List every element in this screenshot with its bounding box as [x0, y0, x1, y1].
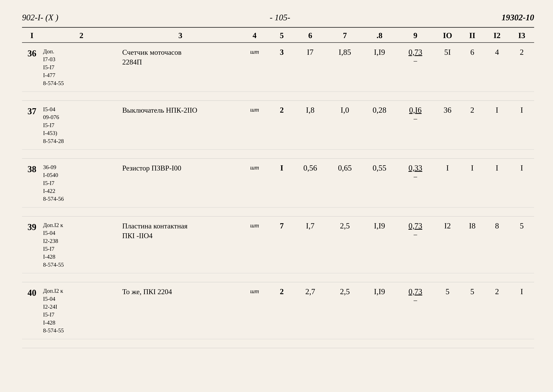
- row-unit: шт: [240, 282, 270, 339]
- header-right: 19302-10: [502, 13, 534, 22]
- row-c6: 0,56: [294, 158, 326, 207]
- row-c9: 0,33–: [395, 158, 435, 207]
- row-c12: 2: [484, 282, 509, 339]
- col-header-12: I2: [484, 28, 509, 43]
- row-desc: Пластина контактная ПКI -IIО4: [121, 216, 240, 273]
- row-c8: 0,28: [363, 100, 395, 149]
- spacer-row: [22, 339, 534, 348]
- col-header-5: 5: [270, 28, 294, 43]
- row-ref: Доп. I7-03 I5-I7 I-477 8-574-55: [42, 43, 121, 92]
- table-row: 39Доп.I2 к I5-04 I2-238 I5-I7 I-428 8-57…: [22, 216, 534, 273]
- row-c5: I: [270, 158, 294, 207]
- col-header-8: .8: [363, 28, 395, 43]
- row-c8: 0,55: [363, 158, 395, 207]
- row-c7: 2,5: [326, 216, 363, 273]
- row-desc: То же, ПКI 2204: [121, 282, 240, 339]
- row-c8: I,I9: [363, 216, 395, 273]
- row-ref: Доп.I2 к I5-04 I2-24I I5-I7 I-428 8-574-…: [42, 282, 121, 339]
- page: 902-I- (X ) - 105- 19302-10 I 2 3 4 5 6 …: [0, 0, 553, 392]
- row-c8: I,I9: [363, 43, 395, 92]
- row-c9: 0,73–: [395, 282, 435, 339]
- main-table: I 2 3 4 5 6 7 .8 9 IO II I2 I3 36Доп. I7…: [22, 28, 534, 348]
- table-row: 3836-09 I-0540 I5-I7 I-422 8-574-56Резис…: [22, 158, 534, 207]
- spacer-row: [22, 91, 534, 100]
- row-unit: шт: [240, 158, 270, 207]
- row-c13: I: [509, 100, 534, 149]
- row-c9: 0,73–: [395, 43, 435, 92]
- row-c11: 5: [460, 282, 484, 339]
- row-c12: 8: [484, 216, 509, 273]
- row-c10: 5: [435, 282, 460, 339]
- row-c8: I,I9: [363, 282, 395, 339]
- row-num: 37: [22, 100, 42, 149]
- row-c10: I2: [435, 216, 460, 273]
- row-ref: Доп.I2 к I5-04 I2-238 I5-I7 I-428 8-574-…: [42, 216, 121, 273]
- row-c7: 2,5: [326, 282, 363, 339]
- row-ref: I5-04 09-076 I5-I7 I-453) 8-574-28: [42, 100, 121, 149]
- header: 902-I- (X ) - 105- 19302-10: [22, 13, 534, 22]
- row-c9: 0,73–: [395, 216, 435, 273]
- row-unit: шт: [240, 216, 270, 273]
- row-c5: 2: [270, 100, 294, 149]
- row-c9: 0,I6–: [395, 100, 435, 149]
- row-c6: I,7: [294, 216, 326, 273]
- row-c10: I: [435, 158, 460, 207]
- row-c13: I: [509, 158, 534, 207]
- row-c6: 2,7: [294, 282, 326, 339]
- row-c7: 0,65: [326, 158, 363, 207]
- col-header-10: IO: [435, 28, 460, 43]
- row-c12: I: [484, 158, 509, 207]
- row-c10: 36: [435, 100, 460, 149]
- row-c7: I,85: [326, 43, 363, 92]
- col-header-9: 9: [395, 28, 435, 43]
- col-header-4: 4: [240, 28, 270, 43]
- row-desc: Резистор ПЗВР-I00: [121, 158, 240, 207]
- col-header-3: 3: [121, 28, 240, 43]
- col-header-6: 6: [294, 28, 326, 43]
- row-unit: шт: [240, 43, 270, 92]
- row-c12: 4: [484, 43, 509, 92]
- row-c5: 7: [270, 216, 294, 273]
- row-unit: шт: [240, 100, 270, 149]
- row-c11: 2: [460, 100, 484, 149]
- header-left: 902-I- (X ): [22, 13, 58, 22]
- row-c12: I: [484, 100, 509, 149]
- row-c11: I8: [460, 216, 484, 273]
- col-header-1: I: [22, 28, 42, 43]
- row-c13: I: [509, 282, 534, 339]
- row-c5: 2: [270, 282, 294, 339]
- table-row: 37I5-04 09-076 I5-I7 I-453) 8-574-28Выкл…: [22, 100, 534, 149]
- row-c7: I,0: [326, 100, 363, 149]
- row-num: 38: [22, 158, 42, 207]
- row-c6: I7: [294, 43, 326, 92]
- col-header-11: II: [460, 28, 484, 43]
- spacer-row: [22, 273, 534, 282]
- row-c10: 5I: [435, 43, 460, 92]
- col-header-7: 7: [326, 28, 363, 43]
- col-header-2: 2: [42, 28, 121, 43]
- row-desc: Выключатель НПК-2IIО: [121, 100, 240, 149]
- row-c13: 5: [509, 216, 534, 273]
- row-num: 36: [22, 43, 42, 92]
- row-c5: 3: [270, 43, 294, 92]
- spacer-row: [22, 207, 534, 216]
- column-header-row: I 2 3 4 5 6 7 .8 9 IO II I2 I3: [22, 28, 534, 43]
- row-c11: 6: [460, 43, 484, 92]
- row-ref: 36-09 I-0540 I5-I7 I-422 8-574-56: [42, 158, 121, 207]
- row-num: 40: [22, 282, 42, 339]
- header-center: - 105-: [270, 13, 290, 22]
- row-c13: 2: [509, 43, 534, 92]
- spacer-row: [22, 149, 534, 158]
- row-c11: I: [460, 158, 484, 207]
- table-row: 36Доп. I7-03 I5-I7 I-477 8-574-55Счетчик…: [22, 43, 534, 92]
- table-row: 40Доп.I2 к I5-04 I2-24I I5-I7 I-428 8-57…: [22, 282, 534, 339]
- col-header-13: I3: [509, 28, 534, 43]
- row-c6: I,8: [294, 100, 326, 149]
- row-num: 39: [22, 216, 42, 273]
- row-desc: Счетчик моточасов 2284П: [121, 43, 240, 92]
